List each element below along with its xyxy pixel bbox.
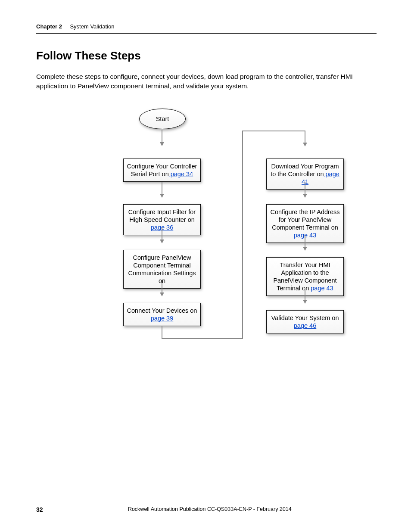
- page-link[interactable]: page 34: [169, 171, 193, 177]
- page: Chapter 2 System Validation Follow These…: [0, 0, 411, 532]
- page-number: 32: [36, 506, 43, 513]
- arrow-icon: [162, 280, 162, 296]
- arrow-icon: [162, 130, 162, 146]
- connector: [162, 326, 162, 338]
- step-text: Validate Your System on: [271, 314, 339, 321]
- connector: [242, 131, 243, 339]
- running-header: Chapter 2 System Validation: [36, 22, 377, 34]
- page-link[interactable]: page 46: [294, 322, 316, 329]
- page-link[interactable]: page 39: [151, 315, 173, 322]
- footer: 32 Rockwell Automation Publication CC-QS…: [36, 506, 377, 513]
- step-text: Connect Your Devices on: [127, 307, 197, 314]
- step-text: Configure Input Filter for High Speed Co…: [128, 208, 196, 223]
- arrow-icon: [305, 235, 305, 250]
- section-title: Follow These Steps: [36, 49, 377, 62]
- step-connect-devices: Connect Your Devices on page 39: [123, 303, 201, 326]
- page-link[interactable]: page 43: [309, 285, 333, 292]
- step-text: Configure PanelView Component Terminal C…: [128, 254, 196, 284]
- arrow-icon: [305, 182, 305, 197]
- arrow-icon: [305, 288, 305, 303]
- connector: [162, 338, 242, 339]
- intro-paragraph: Complete these steps to configure, conne…: [36, 72, 377, 91]
- connector: [242, 131, 305, 131]
- step-validate-system: Validate Your System on page 46: [266, 310, 344, 333]
- step-text: Configure the IP Address for Your PanelV…: [271, 208, 340, 231]
- chapter-label: Chapter 2: [36, 23, 62, 30]
- step-configure-serial-port: Configure Your Controller Serial Port on…: [123, 159, 201, 182]
- chapter-title: System Validation: [70, 23, 114, 30]
- start-node: Start: [139, 109, 186, 129]
- arrow-icon: [162, 227, 162, 243]
- arrow-icon: [305, 131, 305, 146]
- arrow-icon: [162, 182, 162, 197]
- flowchart: Start Configure Your Controller Serial P…: [122, 109, 364, 363]
- publication-info: Rockwell Automation Publication CC-QS033…: [36, 506, 377, 512]
